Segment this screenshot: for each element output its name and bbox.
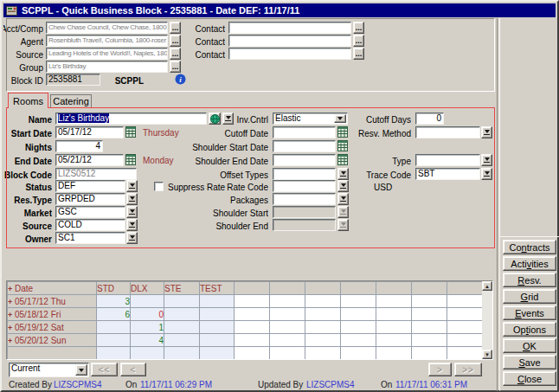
resv-button[interactable]: Resv.: [503, 273, 556, 287]
grid-value-cell[interactable]: [200, 295, 235, 308]
grid-value-cell[interactable]: [164, 321, 200, 334]
end-date-label: End Date: [3, 156, 52, 166]
contact3-label: Contact: [194, 49, 225, 60]
contact3-field[interactable]: [228, 48, 351, 60]
contracts-button[interactable]: Contracts: [503, 240, 556, 254]
scroll-up-icon[interactable]: ▲: [482, 281, 492, 291]
trace-code-field[interactable]: SBT: [415, 168, 480, 180]
contact2-field[interactable]: [228, 35, 351, 47]
grid-scrollbar[interactable]: ▲ ▼: [482, 281, 492, 359]
first-page-button[interactable]: <<: [91, 363, 118, 376]
grid-value-cell[interactable]: 0: [131, 308, 164, 321]
source-lov-button[interactable]: ...: [170, 48, 181, 60]
grid-value-cell[interactable]: [164, 347, 200, 360]
source-lov-button[interactable]: [126, 219, 138, 231]
owner-label: Owner: [3, 234, 52, 244]
grid-empty-cell: [412, 295, 447, 308]
owner-field[interactable]: SC1: [55, 232, 125, 244]
source-field[interactable]: COLD: [55, 219, 125, 231]
info-icon[interactable]: i: [174, 73, 186, 85]
shoulder-start-date-field[interactable]: [273, 140, 336, 152]
source-company-field[interactable]: Leading Hotels of the World!!, Naples, 1…: [46, 48, 168, 60]
grid-value-cell[interactable]: [131, 347, 164, 360]
chevron-down-icon[interactable]: [75, 364, 87, 376]
resv-method-lov-button[interactable]: [481, 126, 492, 138]
end-date-calendar-icon[interactable]: [125, 154, 136, 165]
shoulder-start-calendar-icon[interactable]: [337, 140, 348, 151]
contact1-field[interactable]: [228, 22, 351, 34]
packages-field[interactable]: [273, 193, 336, 205]
grid-value-cell[interactable]: [164, 334, 200, 347]
agent-lov-button[interactable]: ...: [170, 35, 181, 47]
grid-empty-cell: [447, 347, 483, 360]
next-page-button[interactable]: >: [428, 363, 452, 376]
type-lov-button[interactable]: [481, 154, 492, 166]
start-date-field[interactable]: 05/17/12: [55, 126, 124, 138]
activities-button[interactable]: Activities: [503, 256, 556, 271]
grid-value-cell[interactable]: [97, 321, 131, 334]
grid-empty-cell: [305, 295, 341, 308]
grid-empty-cell: [305, 347, 341, 360]
grid-value-cell[interactable]: [200, 334, 235, 347]
contact3-lov-button[interactable]: ...: [353, 48, 364, 60]
start-date-calendar-icon[interactable]: [125, 126, 136, 138]
block-code-field[interactable]: LIZS0512: [55, 168, 137, 180]
view-select[interactable]: Current: [9, 363, 89, 377]
grid-value-cell[interactable]: [164, 295, 200, 308]
resv-method-field[interactable]: [415, 126, 480, 138]
contact1-lov-button[interactable]: ...: [353, 22, 364, 34]
res-type-lov-button[interactable]: [126, 193, 138, 205]
save-button[interactable]: Save: [503, 355, 556, 370]
grid-value-cell[interactable]: [97, 347, 131, 360]
end-date-field[interactable]: 05/21/12: [55, 154, 124, 166]
grid-value-cell[interactable]: [164, 308, 200, 321]
grid-empty-cell: [376, 295, 412, 308]
grid-empty-cell: [270, 295, 305, 308]
rate-code-lov-button[interactable]: [337, 180, 349, 192]
grid-value-cell[interactable]: [97, 334, 131, 347]
close-button[interactable]: Close: [503, 371, 556, 386]
grid-value-cell[interactable]: [200, 321, 235, 334]
owner-lov-button[interactable]: [126, 232, 138, 244]
cutoff-days-field[interactable]: 0: [415, 112, 444, 125]
grid-value-cell[interactable]: 1: [131, 321, 164, 334]
status-lov-button[interactable]: [126, 180, 138, 192]
group-field[interactable]: Liz's Birthday: [46, 61, 168, 73]
tab-catering[interactable]: Catering: [50, 94, 92, 107]
grid-value-cell[interactable]: [200, 308, 235, 321]
events-button[interactable]: Events: [503, 305, 556, 320]
trace-code-lov-button[interactable]: [481, 168, 492, 180]
market-field[interactable]: GSC: [55, 206, 125, 218]
market-lov-button[interactable]: [126, 206, 138, 218]
rate-code-field[interactable]: [273, 180, 336, 192]
title-bar[interactable]: SCPPL - Quick Business Block - 2535881 -…: [3, 3, 556, 17]
contact2-lov-button[interactable]: ...: [353, 35, 364, 47]
scroll-down-icon[interactable]: ▼: [482, 350, 492, 359]
type-field[interactable]: [415, 154, 480, 166]
grid-empty-cell: [341, 347, 376, 360]
grid-value-cell[interactable]: 3: [97, 295, 131, 308]
ok-button[interactable]: OK: [503, 338, 556, 353]
last-page-button[interactable]: >>: [454, 363, 482, 376]
tab-rooms[interactable]: Rooms: [8, 93, 48, 108]
grid-empty-cell: [305, 321, 341, 334]
suppress-rate-checkbox[interactable]: [154, 182, 164, 191]
grid-empty-cell: [376, 334, 412, 347]
prev-page-button[interactable]: <: [120, 363, 146, 376]
packages-lov-button[interactable]: [337, 193, 349, 205]
res-type-field[interactable]: GRPDED: [55, 193, 125, 205]
grid-value-cell[interactable]: 6: [97, 308, 131, 321]
group-lov-button[interactable]: ...: [170, 61, 181, 73]
created-by-label: Created By: [9, 380, 52, 389]
grid-header-empty: [341, 282, 376, 295]
grid-button[interactable]: Grid: [503, 289, 556, 304]
nights-field[interactable]: 4: [55, 140, 103, 152]
agent-field[interactable]: Rosenbluth Travel!, Columbia, 1800-roser: [46, 35, 168, 47]
grid-value-cell[interactable]: [131, 295, 164, 308]
grid-value-cell[interactable]: [200, 347, 235, 360]
grid-value-cell[interactable]: 4: [131, 334, 164, 347]
options-button[interactable]: Options: [503, 322, 556, 337]
acct-comp-field[interactable]: Chew Chase Council, Chew Chase, 1800: [46, 22, 168, 34]
status-field[interactable]: DEF: [55, 180, 125, 192]
acct-comp-lov-button[interactable]: ...: [170, 22, 181, 34]
